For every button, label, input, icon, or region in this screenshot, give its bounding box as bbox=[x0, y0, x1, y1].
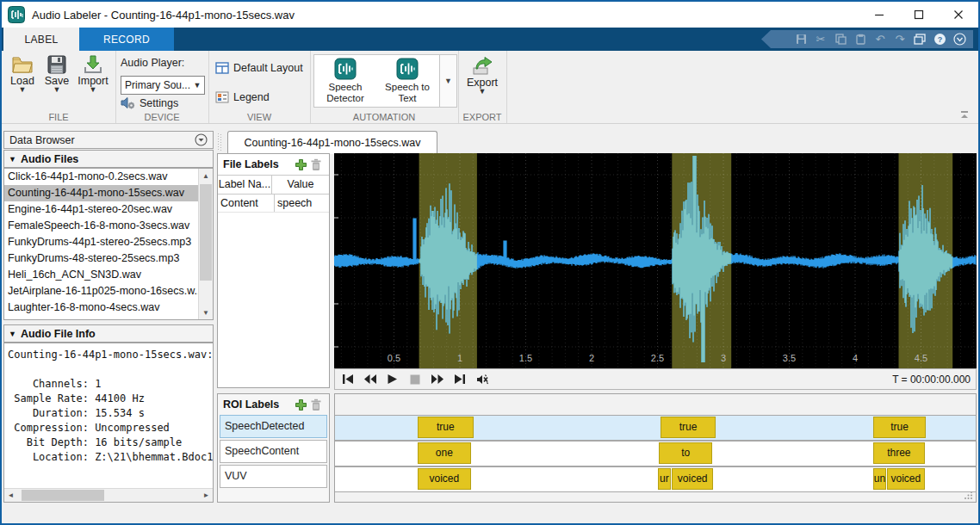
audio-file-item[interactable]: FunkyDrums-44p1-stereo-25secs.mp3 bbox=[4, 234, 202, 250]
roi-label-item[interactable]: SpeechDetected bbox=[220, 415, 327, 438]
add-roi-label-button[interactable] bbox=[293, 397, 308, 412]
mute-button[interactable] bbox=[474, 373, 489, 386]
play-button[interactable] bbox=[385, 373, 400, 386]
help-icon[interactable]: ? bbox=[933, 33, 946, 46]
maximize-button[interactable] bbox=[899, 2, 939, 28]
speech-detector-button[interactable]: Speech Detector bbox=[314, 55, 376, 107]
scroll-down-icon[interactable]: ▼ bbox=[199, 306, 213, 319]
audio-file-item[interactable]: Counting-16-44p1-mono-15secs.wav bbox=[4, 185, 202, 201]
roi-segment[interactable]: voiced bbox=[418, 468, 471, 490]
svg-text:?: ? bbox=[937, 35, 942, 44]
audio-file-item[interactable]: Engine-16-44p1-stereo-20sec.wav bbox=[4, 201, 202, 218]
stop-button[interactable] bbox=[407, 373, 422, 386]
audio-file-item[interactable]: FemaleSpeech-16-8-mono-3secs.wav bbox=[4, 218, 202, 234]
collapse-ribbon-button[interactable] bbox=[958, 109, 971, 121]
automation-gallery-dropdown[interactable]: ▼ bbox=[439, 54, 457, 108]
roi-segment[interactable]: ur bbox=[658, 468, 671, 490]
export-button[interactable]: Export ▼ bbox=[465, 55, 499, 94]
audio-files-section-header[interactable]: ▼ Audio Files bbox=[3, 150, 214, 168]
info-scrollbar[interactable]: ◄ ► bbox=[4, 488, 213, 502]
roi-timeline[interactable]: truetruetrueonetothreevoicedurvoicedunvo… bbox=[334, 393, 977, 503]
load-button[interactable]: Load ▼ bbox=[5, 55, 40, 92]
files-scrollbar[interactable]: ▲ ▼ bbox=[198, 169, 213, 319]
audio-file-item[interactable]: FunkyDrums-48-stereo-25secs.mp3 bbox=[4, 250, 202, 267]
delete-file-label-button[interactable] bbox=[308, 157, 324, 172]
roi-segment[interactable]: to bbox=[659, 442, 712, 464]
audio-file-item[interactable]: Laughter-16-8-mono-4secs.wav bbox=[4, 300, 202, 316]
add-icon bbox=[295, 158, 307, 171]
qat-more-icon[interactable] bbox=[952, 33, 966, 46]
undo-icon[interactable]: ↶ bbox=[873, 33, 887, 46]
audio-file-item[interactable]: JetAirplane-16-11p025-mono-16secs.w... bbox=[4, 283, 202, 300]
speech-to-text-button[interactable]: Speech to Text bbox=[376, 55, 438, 107]
window-title: Audio Labeler - Counting-16-44p1-mono-15… bbox=[32, 9, 295, 22]
scroll-left-icon[interactable]: ◄ bbox=[4, 489, 17, 502]
roi-segment[interactable]: one bbox=[418, 442, 471, 464]
roi-segment[interactable]: voiced bbox=[887, 468, 925, 490]
window-layout-icon[interactable] bbox=[913, 33, 927, 46]
fast-forward-button[interactable] bbox=[430, 373, 444, 386]
timeline-row-vuv[interactable]: voicedurvoicedunvoiced bbox=[335, 466, 976, 492]
scroll-right-icon[interactable]: ► bbox=[200, 489, 213, 502]
legend-button[interactable]: Legend bbox=[215, 91, 270, 103]
rewind-button[interactable] bbox=[363, 373, 377, 386]
scrollbar-thumb[interactable] bbox=[200, 184, 212, 281]
document-tab[interactable]: Counting-16-44p1-mono-15secs.wav bbox=[227, 131, 437, 154]
scroll-up-icon[interactable]: ▲ bbox=[199, 169, 213, 182]
close-button[interactable] bbox=[939, 2, 978, 28]
timeline-row-speechdetected[interactable]: truetruetrue bbox=[335, 415, 976, 441]
roi-label-item[interactable]: VUV bbox=[220, 465, 327, 488]
go-to-start-button[interactable] bbox=[340, 373, 355, 386]
automation-gallery: Speech Detector Speech to Text bbox=[313, 54, 441, 108]
export-dropdown-caret[interactable]: ▼ bbox=[479, 90, 487, 94]
default-layout-button[interactable]: Default Layout bbox=[215, 62, 303, 74]
folder-icon bbox=[11, 55, 34, 74]
roi-segment[interactable]: un bbox=[873, 468, 886, 490]
minimize-button[interactable] bbox=[859, 2, 899, 28]
import-dropdown-caret[interactable]: ▼ bbox=[90, 88, 97, 92]
roi-labels-panel: ROI Labels SpeechDetectedSpeechContentVU… bbox=[217, 393, 330, 503]
audio-player-select[interactable]: Primary Sou... ▼ bbox=[121, 76, 205, 95]
trash-icon bbox=[310, 158, 322, 171]
delete-roi-label-button[interactable] bbox=[308, 397, 324, 412]
go-to-end-button[interactable] bbox=[452, 373, 467, 386]
dock-grip[interactable] bbox=[218, 133, 222, 151]
roi-label-item[interactable]: SpeechContent bbox=[220, 440, 327, 463]
legend-icon bbox=[215, 91, 229, 103]
roi-segment[interactable]: true bbox=[418, 417, 474, 438]
export-icon bbox=[471, 55, 493, 76]
audio-file-item[interactable]: Heli_16ch_ACN_SN3D.wav bbox=[4, 267, 202, 283]
import-button[interactable]: Import ▼ bbox=[76, 55, 110, 92]
audio-files-list: Click-16-44p1-mono-0.2secs.wavCounting-1… bbox=[3, 168, 214, 320]
tab-label[interactable]: LABEL bbox=[3, 28, 79, 51]
scrollbar-thumb[interactable] bbox=[22, 490, 104, 501]
audio-file-info-section-header[interactable]: ▼ Audio File Info bbox=[3, 324, 214, 343]
panel-menu-icon[interactable] bbox=[195, 133, 208, 146]
column-label-name[interactable]: Label Na... bbox=[218, 176, 272, 194]
save-icon[interactable] bbox=[794, 33, 808, 46]
timeline-row-speechcontent[interactable]: onetothree bbox=[335, 441, 976, 466]
roi-segment[interactable]: voiced bbox=[672, 468, 714, 490]
roi-segment[interactable]: true bbox=[661, 417, 716, 438]
speech-detector-icon bbox=[334, 58, 357, 80]
load-dropdown-caret[interactable]: ▼ bbox=[19, 88, 27, 92]
waveform-display[interactable]: 0.511.522.533.544.5 bbox=[334, 153, 977, 368]
cut-icon[interactable]: ✂ bbox=[814, 33, 828, 46]
import-arrow-icon bbox=[83, 55, 103, 74]
x-tick-label: 3.5 bbox=[783, 353, 796, 363]
column-value[interactable]: Value bbox=[272, 176, 329, 194]
copy-icon[interactable] bbox=[834, 33, 847, 46]
x-tick-label: 4 bbox=[853, 353, 858, 363]
tab-record[interactable]: RECORD bbox=[79, 28, 174, 51]
save-dropdown-caret[interactable]: ▼ bbox=[53, 88, 61, 92]
file-label-row[interactable]: Content speech bbox=[218, 195, 329, 213]
settings-button[interactable]: Settings bbox=[121, 96, 178, 109]
save-button[interactable]: Save ▼ bbox=[40, 55, 74, 92]
redo-icon[interactable]: ↷ bbox=[893, 33, 907, 46]
audio-file-item[interactable]: Click-16-44p1-mono-0.2secs.wav bbox=[4, 169, 202, 185]
ribbon-toolbar: Load ▼ Save ▼ Import bbox=[2, 51, 978, 124]
paste-icon[interactable] bbox=[853, 33, 867, 46]
roi-segment[interactable]: true bbox=[873, 417, 927, 438]
add-file-label-button[interactable] bbox=[293, 157, 308, 172]
roi-segment[interactable]: three bbox=[873, 442, 925, 464]
